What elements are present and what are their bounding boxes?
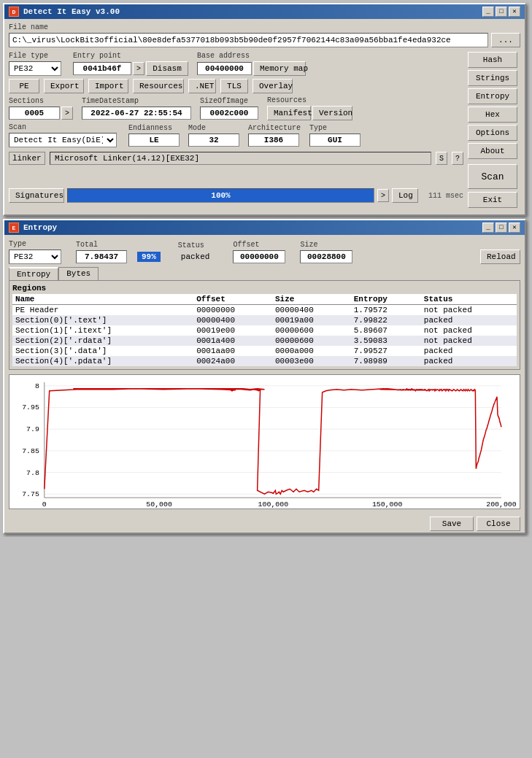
entry-point-col: Entry point 0041b46f > Disasm [73, 52, 188, 76]
cell-3-1: 0001a400 [193, 336, 272, 346]
cell-4-2: 0000a000 [272, 346, 351, 356]
entropy-type-select[interactable]: PE32 [9, 250, 61, 264]
tab-content: Regions Name Offset Size Entropy Status … [9, 280, 520, 370]
entropy-total-label: Total [76, 241, 127, 249]
question-btn[interactable]: ? [452, 152, 463, 165]
cell-1-4: packed [421, 315, 517, 325]
entropy-offset-value: 00000000 [233, 250, 285, 263]
entry-point-label: Entry point [73, 52, 188, 60]
progress-arrow-btn[interactable]: > [377, 189, 389, 202]
cell-3-3: 3.59083 [351, 336, 421, 346]
cell-4-3: 7.99527 [351, 346, 421, 356]
die-window: D Detect It Easy v3.00 _ □ ✕ File name .… [3, 3, 526, 216]
manifest-btn[interactable]: Manifest [267, 106, 311, 120]
architecture-label: Architecture [248, 124, 301, 132]
entropy-maximize-btn[interactable]: □ [496, 223, 507, 233]
col-status: Status [421, 294, 517, 305]
y-label-79: 7.9 [26, 425, 39, 433]
log-btn[interactable]: Log [392, 188, 418, 203]
file-type-select[interactable]: PE32 [9, 61, 61, 76]
version-btn[interactable]: Version [312, 106, 352, 120]
exit-btn[interactable]: Exit [468, 192, 517, 208]
endianness-col: Endianness LE [128, 124, 180, 147]
pe-btn[interactable]: PE [9, 79, 39, 93]
die-minimize-btn[interactable]: _ [482, 7, 494, 17]
badge-99: 99% [137, 252, 161, 262]
tab-bytes[interactable]: Bytes [58, 267, 99, 280]
s-btn[interactable]: S [436, 152, 447, 165]
cell-2-4: not packed [421, 325, 517, 336]
cell-4-0: Section(3)['.data'] [12, 346, 193, 356]
y-label-8: 8 [35, 382, 39, 390]
entropy-table-head: Name Offset Size Entropy Status [12, 294, 517, 305]
right-panel: Hash Strings Entropy Hex Options About S… [468, 52, 520, 210]
file-row: ... [9, 33, 520, 47]
scan-label: Scan [9, 123, 117, 131]
scan-right-btn[interactable]: Scan [468, 164, 517, 189]
entropy-btn-right[interactable]: Entropy [468, 88, 517, 104]
endianness-label: Endianness [128, 124, 180, 132]
cell-5-4: packed [421, 356, 517, 366]
cell-5-1: 00024a00 [193, 356, 272, 366]
memory-map-btn[interactable]: Memory map [253, 61, 306, 76]
overlay-btn[interactable]: Overlay [252, 79, 293, 93]
table-row: Section(3)['.data']0001aa000000a0007.995… [12, 346, 517, 356]
about-btn[interactable]: About [468, 143, 517, 159]
entropy-offset-label: Offset [233, 241, 285, 249]
entropy-close-btn[interactable]: ✕ [509, 223, 520, 233]
entropy-window: E Entropy _ □ ✕ Type PE32 Total 7.98437 … [3, 219, 526, 534]
x-label-50k: 50,000 [146, 500, 172, 508]
entropy-minimize-btn[interactable]: _ [482, 223, 494, 233]
sections-arrow-btn[interactable]: > [61, 107, 73, 120]
scan-bottom-row: Signatures 100% > Log 111 msec [9, 188, 463, 203]
cell-0-1: 00000000 [193, 305, 272, 316]
y-label-775: 7.75 [22, 490, 39, 498]
tls-btn[interactable]: TLS [220, 79, 248, 93]
scan-dropdown[interactable]: Detect It Easy(DiE) [9, 133, 117, 147]
file-type-col: File type PE32 [9, 52, 61, 76]
table-row: Section(4)['.pdata']00024a0000003e007.98… [12, 356, 517, 366]
timedatestamp-label: TimeDateStamp [82, 97, 191, 105]
entry-point-value: 0041b46f [73, 62, 131, 75]
die-title-bar: D Detect It Easy v3.00 _ □ ✕ [4, 4, 525, 19]
timedatestamp-value: 2022-06-27 22:55:54 [82, 107, 191, 120]
x-label-150k: 150,000 [372, 500, 403, 508]
hex-btn[interactable]: Hex [468, 107, 517, 123]
entropy-info-row: Type PE32 Total 7.98437 99% Status packe… [4, 235, 525, 267]
die-icon: D [9, 7, 19, 17]
architecture-value: I386 [248, 134, 299, 147]
strings-btn[interactable]: Strings [468, 70, 517, 86]
ep-arrow-btn[interactable]: > [133, 62, 144, 75]
options-btn[interactable]: Options [468, 125, 517, 141]
entropy-close-action-btn[interactable]: Close [477, 517, 520, 531]
title-bar-left: D Detect It Easy v3.00 [9, 7, 120, 17]
cell-4-4: packed [421, 346, 517, 356]
import-btn[interactable]: Import [88, 79, 128, 93]
tabs-container: Entropy Bytes Regions Name Offset Size E… [4, 267, 525, 370]
hash-btn[interactable]: Hash [468, 52, 517, 68]
file-path-input[interactable] [9, 33, 488, 47]
signatures-btn[interactable]: Signatures [9, 188, 64, 203]
tab-entropy[interactable]: Entropy [9, 267, 58, 280]
save-btn[interactable]: Save [430, 517, 474, 531]
reload-btn[interactable]: Reload [480, 250, 520, 264]
cell-2-0: Section(1)['.itext'] [12, 325, 193, 336]
resources-col: Resources Manifest Version [267, 96, 352, 120]
cell-3-2: 00000600 [272, 336, 351, 346]
die-close-btn[interactable]: ✕ [509, 7, 520, 17]
entropy-chart: 8 7.95 7.9 7.85 7.8 7.75 0 50,000 100,00… [9, 374, 520, 509]
y-label-785: 7.85 [22, 447, 39, 455]
die-maximize-btn[interactable]: □ [496, 7, 507, 17]
export-btn[interactable]: Export [44, 79, 84, 93]
table-row: Section(2)['.rdata']0001a400000006003.59… [12, 336, 517, 346]
entropy-title-controls: _ □ ✕ [482, 223, 520, 233]
col-size: Size [272, 294, 351, 305]
net-btn[interactable]: .NET [188, 79, 216, 93]
cell-3-0: Section(2)['.rdata'] [12, 336, 193, 346]
disasm-btn[interactable]: Disasm [146, 61, 188, 76]
table-header-row: Name Offset Size Entropy Status [12, 294, 517, 305]
browse-btn[interactable]: ... [491, 33, 520, 47]
resources-btn[interactable]: Resources [133, 79, 184, 93]
x-label-100k: 100,000 [258, 500, 289, 508]
scan-info-row: Scan Detect It Easy(DiE) Endianness LE M… [9, 123, 463, 147]
